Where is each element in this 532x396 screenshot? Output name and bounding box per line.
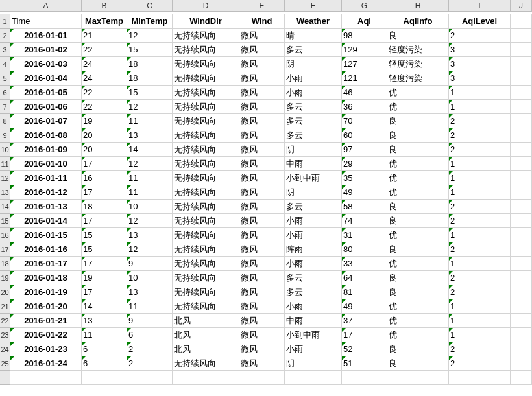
row-header[interactable]: 9 bbox=[0, 128, 10, 143]
empty-cell[interactable] bbox=[511, 356, 532, 371]
cell-winddir[interactable]: 无持续风向 bbox=[173, 271, 239, 285]
row-header[interactable] bbox=[0, 371, 10, 385]
cell-aqiinfo[interactable]: 优 bbox=[387, 171, 449, 185]
empty-cell[interactable] bbox=[173, 371, 239, 385]
cell-mintemp[interactable]: 12 bbox=[127, 100, 173, 114]
row-header[interactable]: 18 bbox=[0, 257, 10, 271]
row-header[interactable]: 25 bbox=[0, 356, 10, 371]
cell-aqiinfo[interactable]: 良 bbox=[387, 200, 449, 214]
cell-winddir[interactable]: 无持续风向 bbox=[173, 185, 239, 200]
cell-aqi[interactable]: 49 bbox=[342, 299, 387, 314]
empty-cell[interactable] bbox=[511, 200, 532, 214]
cell-time[interactable]: 2016-01-05 bbox=[10, 86, 82, 100]
cell-aqilevel[interactable]: 3 bbox=[449, 71, 511, 86]
cell-wind[interactable]: 微风 bbox=[239, 228, 285, 242]
cell-mintemp[interactable]: 13 bbox=[127, 228, 173, 242]
cell-winddir[interactable]: 无持续风向 bbox=[173, 257, 239, 271]
empty-cell[interactable] bbox=[511, 214, 532, 228]
cell-mintemp[interactable]: 12 bbox=[127, 29, 173, 43]
cell-aqi[interactable]: 97 bbox=[342, 143, 387, 157]
cell-maxtemp[interactable]: 11 bbox=[82, 328, 127, 342]
empty-cell[interactable] bbox=[511, 71, 532, 86]
header-cell[interactable]: Time bbox=[10, 14, 82, 29]
row-header[interactable]: 22 bbox=[0, 314, 10, 328]
cell-aqilevel[interactable]: 1 bbox=[449, 185, 511, 200]
cell-maxtemp[interactable]: 17 bbox=[82, 185, 127, 200]
header-cell[interactable]: Aqi bbox=[342, 14, 387, 29]
row-header[interactable]: 20 bbox=[0, 285, 10, 299]
cell-weather[interactable]: 多云 bbox=[285, 114, 342, 128]
row-header[interactable]: 1 bbox=[0, 14, 10, 29]
cell-mintemp[interactable]: 11 bbox=[127, 114, 173, 128]
column-header-I[interactable]: I bbox=[449, 0, 511, 12]
row-header[interactable]: 14 bbox=[0, 200, 10, 214]
empty-cell[interactable] bbox=[511, 328, 532, 342]
empty-cell[interactable] bbox=[342, 371, 387, 385]
cell-time[interactable]: 2016-01-08 bbox=[10, 128, 82, 143]
cell-weather[interactable]: 中雨 bbox=[285, 157, 342, 171]
cell-winddir[interactable]: 北风 bbox=[173, 342, 239, 356]
cell-winddir[interactable]: 北风 bbox=[173, 328, 239, 342]
row-header[interactable]: 24 bbox=[0, 342, 10, 356]
cell-maxtemp[interactable]: 24 bbox=[82, 57, 127, 71]
cell-weather[interactable]: 晴 bbox=[285, 29, 342, 43]
cell-weather[interactable]: 小雨 bbox=[285, 214, 342, 228]
empty-cell[interactable] bbox=[127, 371, 173, 385]
row-header[interactable]: 8 bbox=[0, 114, 10, 128]
cell-weather[interactable]: 小雨 bbox=[285, 71, 342, 86]
cell-aqi[interactable]: 35 bbox=[342, 171, 387, 185]
cell-weather[interactable]: 多云 bbox=[285, 43, 342, 57]
cell-time[interactable]: 2016-01-10 bbox=[10, 157, 82, 171]
cell-winddir[interactable]: 无持续风向 bbox=[173, 171, 239, 185]
empty-cell[interactable] bbox=[511, 185, 532, 200]
cell-weather[interactable]: 阴 bbox=[285, 356, 342, 371]
column-header-D[interactable]: D bbox=[173, 0, 239, 12]
cell-winddir[interactable]: 无持续风向 bbox=[173, 143, 239, 157]
cell-wind[interactable]: 微风 bbox=[239, 285, 285, 299]
cell-aqi[interactable]: 37 bbox=[342, 314, 387, 328]
cell-aqilevel[interactable]: 2 bbox=[449, 214, 511, 228]
cell-aqi[interactable]: 127 bbox=[342, 57, 387, 71]
cell-aqiinfo[interactable]: 优 bbox=[387, 328, 449, 342]
cell-aqiinfo[interactable]: 优 bbox=[387, 157, 449, 171]
cell-wind[interactable]: 微风 bbox=[239, 71, 285, 86]
cell-maxtemp[interactable]: 22 bbox=[82, 43, 127, 57]
cell-aqiinfo[interactable]: 良 bbox=[387, 342, 449, 356]
cell-mintemp[interactable]: 9 bbox=[127, 257, 173, 271]
cell-aqilevel[interactable]: 1 bbox=[449, 299, 511, 314]
empty-cell[interactable] bbox=[511, 157, 532, 171]
cell-aqilevel[interactable]: 2 bbox=[449, 128, 511, 143]
cell-time[interactable]: 2016-01-22 bbox=[10, 328, 82, 342]
cell-time[interactable]: 2016-01-03 bbox=[10, 57, 82, 71]
cell-winddir[interactable]: 无持续风向 bbox=[173, 299, 239, 314]
cell-aqi[interactable]: 58 bbox=[342, 200, 387, 214]
cell-winddir[interactable]: 无持续风向 bbox=[173, 43, 239, 57]
cell-aqi[interactable]: 121 bbox=[342, 71, 387, 86]
cell-weather[interactable]: 小雨 bbox=[285, 228, 342, 242]
cell-maxtemp[interactable]: 15 bbox=[82, 228, 127, 242]
empty-cell[interactable] bbox=[239, 371, 285, 385]
cell-wind[interactable]: 微风 bbox=[239, 271, 285, 285]
cell-time[interactable]: 2016-01-02 bbox=[10, 43, 82, 57]
cell-aqilevel[interactable]: 1 bbox=[449, 228, 511, 242]
cell-maxtemp[interactable]: 18 bbox=[82, 200, 127, 214]
empty-cell[interactable] bbox=[511, 342, 532, 356]
cell-aqi[interactable]: 80 bbox=[342, 242, 387, 257]
empty-cell[interactable] bbox=[387, 371, 449, 385]
cell-mintemp[interactable]: 11 bbox=[127, 299, 173, 314]
column-header-H[interactable]: H bbox=[387, 0, 449, 12]
cell-aqilevel[interactable]: 2 bbox=[449, 114, 511, 128]
column-header-F[interactable]: F bbox=[285, 0, 342, 12]
empty-cell[interactable] bbox=[511, 271, 532, 285]
cell-time[interactable]: 2016-01-24 bbox=[10, 356, 82, 371]
cell-time[interactable]: 2016-01-15 bbox=[10, 228, 82, 242]
cell-time[interactable]: 2016-01-04 bbox=[10, 71, 82, 86]
row-header[interactable]: 15 bbox=[0, 214, 10, 228]
cell-winddir[interactable]: 无持续风向 bbox=[173, 228, 239, 242]
empty-cell[interactable] bbox=[511, 128, 532, 143]
row-header[interactable]: 21 bbox=[0, 299, 10, 314]
cell-mintemp[interactable]: 6 bbox=[127, 328, 173, 342]
column-header-J[interactable]: J bbox=[511, 0, 532, 12]
column-header-C[interactable]: C bbox=[127, 0, 173, 12]
cell-maxtemp[interactable]: 17 bbox=[82, 157, 127, 171]
